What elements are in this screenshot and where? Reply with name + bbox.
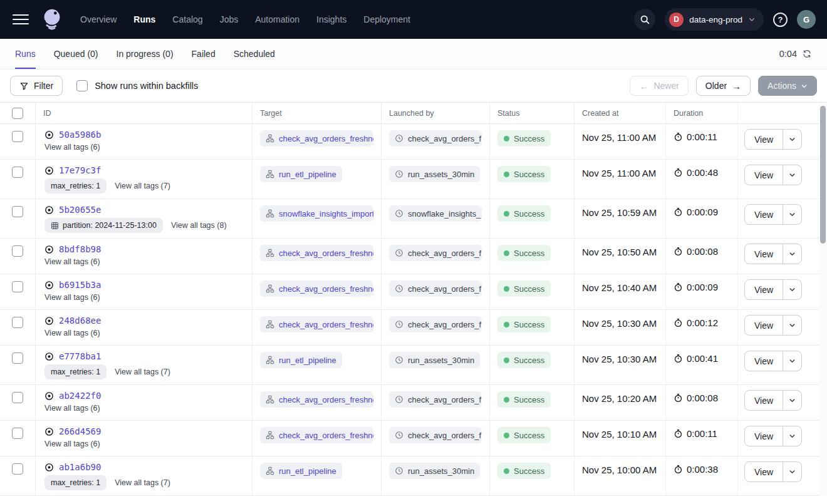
view-all-tags-link[interactable]: View all tags (6): [44, 404, 100, 413]
row-checkbox[interactable]: [12, 206, 23, 217]
hamburger-menu-icon[interactable]: [13, 14, 29, 25]
view-button[interactable]: View: [745, 205, 783, 224]
dagster-logo-icon[interactable]: [39, 6, 65, 33]
row-checkbox[interactable]: [12, 281, 23, 292]
target-pill[interactable]: check_avg_orders_freshne: [260, 316, 373, 332]
filter-button[interactable]: Filter: [10, 76, 63, 96]
view-all-tags-link[interactable]: View all tags (8): [171, 221, 227, 230]
view-dropdown-button[interactable]: [783, 462, 801, 481]
launched-by-pill[interactable]: check_avg_orders_f…: [389, 316, 482, 332]
target-pill[interactable]: check_avg_orders_freshne: [260, 245, 373, 261]
row-checkbox[interactable]: [12, 131, 23, 142]
run-id-link[interactable]: b6915b3a: [59, 280, 101, 290]
view-all-tags-link[interactable]: View all tags (6): [44, 293, 100, 302]
view-all-tags-link[interactable]: View all tags (6): [44, 257, 100, 266]
row-checkbox[interactable]: [12, 392, 23, 403]
view-dropdown-button[interactable]: [783, 280, 801, 299]
status-badge: Success: [497, 245, 551, 261]
nav-item-jobs[interactable]: Jobs: [220, 14, 239, 24]
view-dropdown-button[interactable]: [783, 244, 801, 264]
launched-by-pill[interactable]: check_avg_orders_f…: [389, 245, 482, 261]
view-button[interactable]: View: [745, 280, 783, 299]
view-dropdown-button[interactable]: [783, 391, 801, 410]
launched-by-pill[interactable]: check_avg_orders_f…: [389, 280, 482, 297]
vertical-scrollbar[interactable]: [819, 103, 827, 496]
newer-button[interactable]: ← Newer: [630, 76, 688, 96]
row-checkbox[interactable]: [12, 428, 23, 439]
view-dropdown-button[interactable]: [783, 351, 801, 371]
view-button[interactable]: View: [745, 316, 783, 335]
target-pill[interactable]: run_etl_pipeline: [260, 463, 342, 479]
scrollbar-thumb[interactable]: [820, 106, 826, 244]
nav-item-catalog[interactable]: Catalog: [172, 14, 202, 24]
target-pill[interactable]: run_etl_pipeline: [260, 352, 342, 368]
run-id-link[interactable]: 8bdf8b98: [59, 244, 101, 254]
view-dropdown-button[interactable]: [783, 426, 801, 446]
view-dropdown-button[interactable]: [783, 130, 801, 149]
view-dropdown-button[interactable]: [783, 165, 801, 185]
view-button[interactable]: View: [745, 351, 783, 371]
row-checkbox[interactable]: [12, 352, 23, 364]
deployment-switcher[interactable]: D data-eng-prod: [665, 8, 764, 31]
select-all-checkbox[interactable]: [12, 108, 23, 119]
run-id-link[interactable]: ab2422f0: [59, 391, 101, 401]
view-all-tags-link[interactable]: View all tags (6): [44, 143, 100, 152]
view-button-group: View: [744, 244, 802, 264]
view-button[interactable]: View: [745, 130, 783, 149]
tab-failed[interactable]: Failed: [192, 39, 216, 69]
tab-runs[interactable]: Runs: [15, 39, 36, 69]
target-pill[interactable]: check_avg_orders_freshne: [260, 280, 373, 297]
search-button[interactable]: [634, 9, 655, 30]
row-checkbox[interactable]: [12, 245, 23, 257]
view-all-tags-link[interactable]: View all tags (7): [115, 478, 170, 487]
target-pill[interactable]: check_avg_orders_freshne: [260, 391, 373, 408]
run-id-link[interactable]: 50a5986b: [59, 130, 101, 140]
run-id-link[interactable]: 248d68ee: [59, 316, 101, 326]
target-pill[interactable]: snowflake_insights_import: [260, 205, 373, 222]
run-id-link[interactable]: 5b20655e: [59, 205, 101, 215]
view-all-tags-link[interactable]: View all tags (6): [44, 329, 100, 337]
launched-by-pill[interactable]: run_assets_30min: [389, 352, 480, 368]
tab-queued-0[interactable]: Queued (0): [54, 39, 98, 69]
view-button[interactable]: View: [745, 426, 783, 446]
run-id-link[interactable]: e7778ba1: [59, 351, 101, 361]
launched-by-pill[interactable]: check_avg_orders_f…: [389, 427, 482, 443]
nav-item-automation[interactable]: Automation: [255, 14, 299, 24]
launched-by-pill[interactable]: snowflake_insights_…: [389, 205, 482, 222]
view-button[interactable]: View: [745, 391, 783, 410]
target-pill[interactable]: check_avg_orders_freshne: [260, 427, 373, 443]
user-avatar[interactable]: G: [797, 10, 816, 29]
view-all-tags-link[interactable]: View all tags (6): [44, 440, 100, 448]
view-all-tags-link[interactable]: View all tags (7): [115, 182, 170, 190]
view-button[interactable]: View: [745, 165, 783, 185]
view-dropdown-button[interactable]: [783, 205, 801, 224]
target-pill[interactable]: check_avg_orders_freshne: [260, 130, 373, 147]
launched-by-pill[interactable]: check_avg_orders_f…: [389, 391, 482, 408]
row-checkbox[interactable]: [12, 167, 23, 178]
refresh-icon[interactable]: [802, 49, 812, 59]
nav-item-overview[interactable]: Overview: [80, 14, 117, 24]
show-backfills-checkbox[interactable]: [76, 80, 88, 91]
launched-by-pill[interactable]: check_avg_orders_f…: [389, 130, 482, 147]
actions-button[interactable]: Actions: [758, 76, 817, 96]
run-id-link[interactable]: 266d4569: [59, 426, 101, 436]
run-id-link[interactable]: ab1a6b90: [59, 462, 101, 472]
tab-in-progress-0[interactable]: In progress (0): [117, 39, 174, 69]
view-dropdown-button[interactable]: [783, 316, 801, 335]
view-button[interactable]: View: [745, 462, 783, 481]
help-button[interactable]: ?: [773, 13, 788, 27]
target-pill[interactable]: run_etl_pipeline: [260, 166, 342, 182]
row-checkbox[interactable]: [12, 463, 23, 475]
nav-item-insights[interactable]: Insights: [316, 14, 346, 24]
table-row: 50a5986b View all tags (6) check_avg_ord…: [0, 124, 819, 160]
tab-scheduled[interactable]: Scheduled: [234, 39, 275, 69]
view-all-tags-link[interactable]: View all tags (7): [115, 368, 170, 376]
nav-item-deployment[interactable]: Deployment: [363, 14, 410, 24]
row-checkbox[interactable]: [12, 317, 23, 328]
view-button[interactable]: View: [745, 244, 783, 264]
run-id-link[interactable]: 17e79c3f: [59, 165, 101, 175]
older-button[interactable]: Older →: [696, 76, 751, 96]
nav-item-runs[interactable]: Runs: [133, 14, 155, 24]
launched-by-pill[interactable]: run_assets_30min: [389, 463, 480, 479]
launched-by-pill[interactable]: run_assets_30min: [389, 166, 480, 182]
